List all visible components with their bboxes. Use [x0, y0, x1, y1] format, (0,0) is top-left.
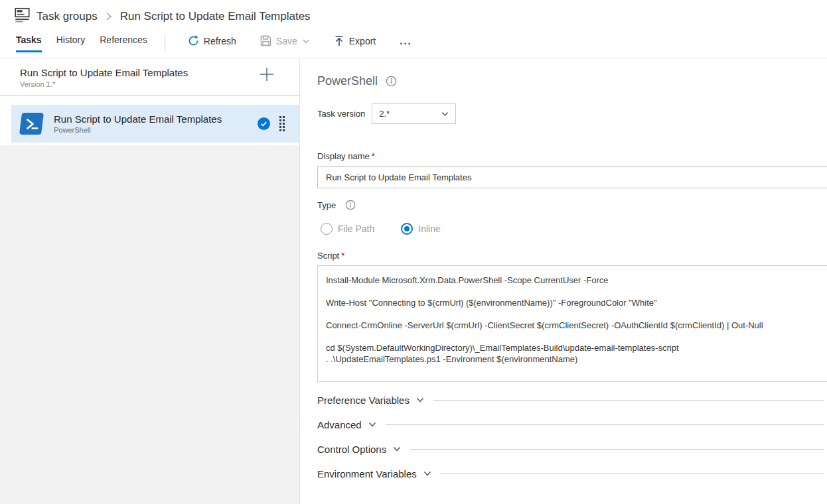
radio-unselected-icon	[321, 223, 333, 235]
selected-check-icon	[258, 117, 270, 130]
type-label: Type	[317, 200, 336, 210]
tab-history[interactable]: History	[56, 33, 86, 52]
task-group-editor: Task groups Run Script to Update Email T…	[0, 0, 827, 504]
info-icon[interactable]	[345, 200, 356, 210]
content-area: Run Script to Update Email Templates Ver…	[0, 58, 827, 504]
breadcrumb-task-groups-link[interactable]: Task groups	[37, 10, 98, 23]
task-type-title: PowerShell	[317, 74, 378, 88]
section-label: Advanced	[317, 419, 362, 430]
type-label-row: Type	[317, 200, 824, 210]
display-name-label: Display name*	[317, 151, 824, 161]
section-advanced[interactable]: Advanced	[317, 418, 824, 431]
chevron-right-icon	[105, 11, 113, 22]
section-control-options[interactable]: Control Options	[317, 442, 824, 456]
section-label: Control Options	[317, 444, 386, 455]
task-settings-panel: PowerShell Task version 2.*	[300, 58, 827, 504]
section-preference-variables[interactable]: Preference Variables	[317, 393, 824, 407]
required-marker: *	[341, 251, 344, 261]
script-input[interactable]: Install-Module Microsoft.Xrm.Data.PowerS…	[317, 265, 827, 382]
task-version-value: 2.*	[379, 109, 441, 119]
export-label: Export	[349, 36, 376, 46]
chevron-down-icon	[423, 469, 432, 478]
type-radio-group: File Path Inline	[321, 223, 824, 235]
ellipsis-icon: ...	[400, 35, 412, 46]
task-item-text: Run Script to Update Email Templates Pow…	[54, 113, 222, 134]
save-label: Save	[276, 36, 297, 46]
task-list-panel: Run Script to Update Email Templates Ver…	[0, 58, 300, 504]
refresh-label: Refresh	[204, 36, 236, 46]
export-icon	[334, 35, 344, 46]
chevron-down-icon	[392, 444, 402, 454]
drag-handle-icon[interactable]	[279, 116, 285, 131]
export-button[interactable]: Export	[334, 35, 376, 46]
radio-file-path-label: File Path	[338, 223, 374, 234]
required-marker: *	[372, 151, 375, 161]
refresh-icon	[188, 35, 199, 46]
info-icon[interactable]	[386, 76, 397, 87]
tab-toolbar: Tasks History References Refresh	[16, 33, 424, 52]
section-divider	[386, 424, 824, 425]
section-divider	[433, 400, 824, 401]
task-item-type: PowerShell	[54, 126, 222, 134]
section-divider	[441, 473, 824, 474]
radio-selected-icon	[401, 223, 413, 235]
script-label: Script*	[317, 251, 824, 261]
task-group-summary: Run Script to Update Email Templates Ver…	[0, 58, 299, 96]
section-divider	[410, 449, 824, 450]
task-version-dropdown[interactable]: 2.*	[372, 103, 456, 124]
task-group-version: Version 1.*	[20, 80, 299, 88]
task-list-empty-area	[0, 145, 299, 504]
plus-icon	[259, 66, 275, 82]
task-list: Run Script to Update Email Templates Pow…	[0, 96, 299, 145]
save-chevron-down-icon	[302, 37, 310, 45]
radio-inline[interactable]: Inline	[401, 223, 440, 235]
chevron-down-icon	[415, 395, 425, 405]
breadcrumb-current-title: Run Script to Update Email Templates	[120, 10, 311, 23]
task-group-title: Run Script to Update Email Templates	[20, 67, 299, 78]
display-name-label-text: Display name	[317, 151, 370, 161]
chevron-down-icon	[441, 109, 449, 118]
display-name-input[interactable]	[317, 166, 827, 188]
section-label: Preference Variables	[317, 395, 410, 406]
radio-file-path[interactable]: File Path	[321, 223, 374, 235]
breadcrumb: Task groups Run Script to Update Email T…	[15, 7, 311, 25]
tab-references[interactable]: References	[100, 33, 147, 52]
radio-inline-label: Inline	[418, 223, 440, 234]
chevron-down-icon	[368, 420, 377, 429]
toolbar-divider	[165, 34, 165, 51]
task-list-item-powershell[interactable]: Run Script to Update Email Templates Pow…	[11, 105, 299, 143]
task-version-row: Task version 2.*	[317, 103, 824, 124]
task-type-heading: PowerShell	[317, 74, 824, 88]
task-item-title: Run Script to Update Email Templates	[54, 113, 222, 125]
tab-tasks[interactable]: Tasks	[16, 33, 42, 52]
section-label: Environment Variables	[317, 468, 417, 479]
script-label-text: Script	[317, 251, 339, 261]
save-button[interactable]: Save	[260, 35, 310, 46]
refresh-button[interactable]: Refresh	[188, 35, 236, 46]
page-header: Task groups Run Script to Update Email T…	[0, 0, 827, 58]
powershell-icon	[19, 113, 44, 135]
section-environment-variables[interactable]: Environment Variables	[317, 467, 824, 480]
save-icon	[260, 35, 271, 46]
add-task-button[interactable]	[258, 66, 275, 83]
task-groups-icon	[15, 7, 31, 25]
task-version-label: Task version	[317, 109, 365, 119]
more-actions-button[interactable]: ...	[400, 35, 412, 46]
